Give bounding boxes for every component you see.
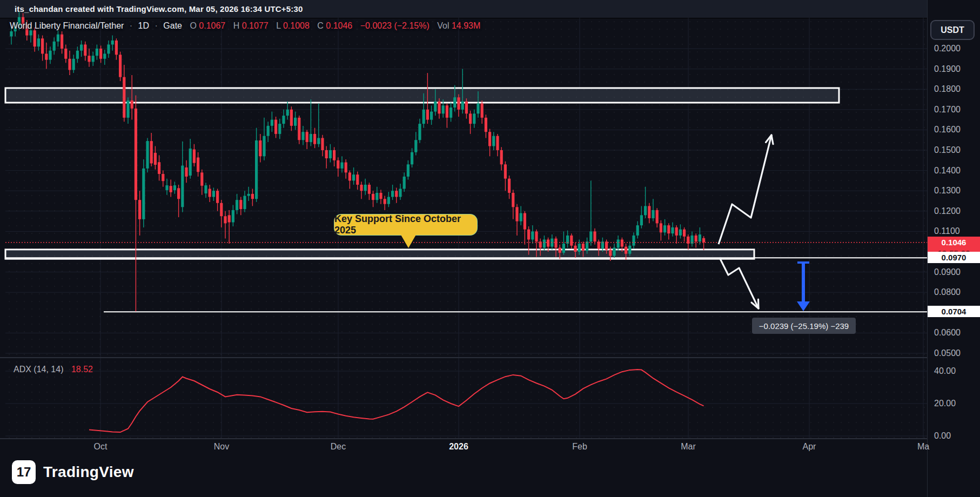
high-label: H bbox=[233, 21, 240, 30]
price-tick: 0.0800 bbox=[934, 287, 961, 297]
tradingview-logo-icon[interactable]: 17 bbox=[12, 460, 36, 484]
open-label: O bbox=[190, 21, 196, 30]
callout-tail bbox=[400, 234, 417, 248]
time-tick: Feb bbox=[572, 442, 587, 452]
time-tick: Ma bbox=[917, 442, 929, 452]
price-tick: 0.1200 bbox=[934, 206, 961, 216]
volume-label: Vol bbox=[437, 21, 449, 30]
time-tick: Apr bbox=[803, 442, 816, 452]
price-tick: 0.0900 bbox=[934, 267, 961, 277]
adx-tick: 0.00 bbox=[934, 431, 951, 441]
last-price-badge: 0.1046 bbox=[928, 237, 980, 248]
measure-tooltip: −0.0239 (−25.19%) −239 bbox=[752, 318, 856, 334]
low-value: 0.1008 bbox=[283, 21, 310, 30]
time-tick: Nov bbox=[214, 442, 229, 452]
timeframe[interactable]: 1D bbox=[138, 21, 149, 30]
price-tick: 0.1300 bbox=[934, 186, 961, 196]
price-tick: 0.1800 bbox=[934, 84, 961, 94]
adx-line[interactable] bbox=[89, 370, 704, 432]
close-label: C bbox=[317, 21, 324, 30]
price-tick: 0.1100 bbox=[934, 226, 960, 236]
time-tick: Oct bbox=[94, 442, 108, 452]
time-tick: 2026 bbox=[449, 442, 468, 452]
time-tick: Mar bbox=[681, 442, 696, 452]
target-level-badge: 0.0704 bbox=[928, 306, 980, 317]
close-value: 0.1046 bbox=[326, 21, 352, 30]
symbol-legend[interactable]: World Liberty Financial/Tether · 1D · Ga… bbox=[10, 21, 480, 31]
currency-toggle-button[interactable]: USDT bbox=[930, 20, 975, 40]
tradingview-footer[interactable]: 17 TradingView bbox=[12, 460, 134, 484]
exchange: Gate bbox=[163, 21, 182, 30]
key-support-callout[interactable]: Key Support Since October 2025 bbox=[334, 214, 478, 236]
support-level-badge: 0.0970 bbox=[928, 252, 980, 263]
adx-tick: 40.00 bbox=[934, 366, 956, 376]
tradingview-chart-window: its_chandan created with TradingView.com… bbox=[0, 0, 980, 497]
time-tick: Dec bbox=[331, 442, 346, 452]
price-tick: 0.1600 bbox=[934, 125, 961, 135]
chart-canvas[interactable] bbox=[0, 0, 980, 497]
resistance-zone[interactable] bbox=[5, 88, 839, 103]
price-tick: 0.0600 bbox=[934, 328, 961, 338]
change-value: −0.0023 (−2.15%) bbox=[360, 21, 429, 30]
open-value: 0.1067 bbox=[199, 21, 225, 30]
measured-move-arrow[interactable] bbox=[797, 263, 810, 311]
adx-tick: 20.00 bbox=[934, 399, 956, 408]
price-tick: 0.0500 bbox=[934, 348, 961, 358]
bullish-scenario-arrow[interactable] bbox=[719, 135, 773, 244]
adx-indicator-legend[interactable]: ADX (14, 14) 18.52 bbox=[14, 365, 93, 374]
price-tick: 0.1900 bbox=[934, 64, 961, 74]
candles[interactable] bbox=[10, 12, 705, 311]
high-value: 0.1077 bbox=[242, 21, 269, 30]
adx-value: 18.52 bbox=[71, 365, 93, 374]
adx-name[interactable]: ADX (14, 14) bbox=[14, 365, 63, 374]
volume-value: 14.93M bbox=[452, 21, 480, 30]
symbol-name[interactable]: World Liberty Financial/Tether bbox=[10, 21, 124, 30]
price-tick: 0.2000 bbox=[934, 44, 961, 53]
price-tick: 0.1500 bbox=[934, 145, 961, 155]
price-tick: 0.1400 bbox=[934, 166, 961, 176]
tradingview-wordmark[interactable]: TradingView bbox=[43, 464, 134, 481]
bearish-scenario-arrow[interactable] bbox=[720, 258, 759, 308]
low-label: L bbox=[276, 21, 280, 30]
price-tick: 0.1700 bbox=[934, 105, 961, 115]
